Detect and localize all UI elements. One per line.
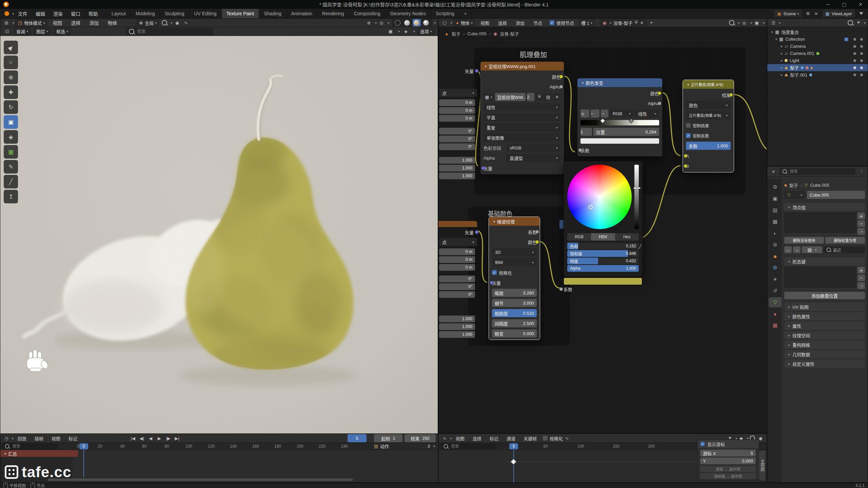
normalize-toggle[interactable]: 规格化 (543, 435, 563, 442)
color-wheel[interactable] (567, 165, 632, 229)
mapping-type-selector[interactable]: 点▾ (439, 89, 477, 97)
graph-playhead-frame[interactable]: 5 (509, 443, 518, 449)
mix-multiply-node[interactable]: ▾正片叠底(相乘 A*B) 结果 颜色▾ 正片叠底(相乘 A*B)▾ 钳制结果 … (683, 80, 734, 172)
workspace-tab-scripting[interactable]: Scripting (431, 9, 459, 18)
result-output[interactable]: 结果 (686, 91, 731, 99)
vector-input-socket[interactable] (481, 166, 485, 170)
color-output-socket[interactable] (559, 75, 563, 79)
show-cursor-checkbox[interactable]: ✓ (701, 442, 705, 446)
tab-particles[interactable]: ∗ (769, 274, 782, 284)
scale-x-field[interactable]: 1.000 (439, 316, 475, 322)
minimize-button[interactable]: ─ (821, 0, 835, 9)
fake-user-icon[interactable]: ⛨ (635, 20, 638, 25)
value-slider[interactable] (634, 165, 639, 229)
tab-output[interactable]: ▤ (769, 205, 782, 215)
hue-slider[interactable]: 色相0.152 (567, 243, 639, 249)
collapse-caret-icon[interactable]: ▾ (493, 220, 495, 223)
add-stop-button[interactable]: ＋ (580, 109, 589, 118)
transform-orientation-selector[interactable]: ⊕ 全局 ▾ (136, 19, 160, 27)
a-input-socket[interactable] (684, 154, 688, 158)
tab-modifiers[interactable]: ⚙ (769, 263, 782, 273)
node-menu-add[interactable]: 添加 (512, 19, 529, 27)
image-texture-node[interactable]: ▾宣纸纹理WWW.png.001 颜色 Alpha ▩▾ 宣纸纹理WW... 2… (480, 61, 564, 175)
properties-search-box[interactable] (780, 168, 855, 175)
tab-viewlayer[interactable]: ▦ (769, 217, 782, 227)
viewport-menu-view[interactable]: 视图 (48, 19, 66, 27)
normalize-row[interactable]: ✓规格化 (492, 268, 537, 277)
graph-menu-view[interactable]: 视图 (452, 434, 469, 443)
select-tool-selector[interactable]: 框选▾ (53, 27, 71, 36)
alpha-output-socket[interactable] (657, 101, 662, 105)
pin-icon[interactable]: ⌖ (647, 19, 655, 26)
collapse-caret-icon[interactable]: ▾ (687, 83, 689, 86)
tab-hex[interactable]: Hex (615, 233, 639, 241)
texture-space-panel-header[interactable]: ▸纹理空间 (784, 331, 865, 339)
color-output-socket[interactable] (535, 240, 539, 244)
viewport-canvas[interactable]: ▶ ○ ⊕ ✚ ↻ ▣ ◈ ▦ ✎ ╱ ↥ (0, 36, 438, 434)
tab-object[interactable]: ■ (769, 251, 782, 261)
colorspace-selector[interactable]: sRGB▾ (507, 144, 561, 152)
workspace-tab-shading[interactable]: Shading (259, 9, 286, 18)
rotation-z-field[interactable]: 0° (439, 143, 475, 150)
normalize-checkbox[interactable] (543, 436, 548, 441)
tab-physics[interactable]: ↺ (769, 286, 782, 296)
pivot-icon[interactable]: ◈ (402, 28, 410, 35)
fac-input[interactable]: 系数 (564, 285, 572, 293)
color-picker-popup[interactable]: RGB HSV Hex 色相0.152 饱和度0.846 明度0.432 Alp… (564, 161, 643, 277)
tab-render[interactable]: ▣ (769, 194, 782, 204)
graph-search-input[interactable] (450, 444, 486, 449)
unlink-material-icon[interactable]: ✕ (640, 20, 644, 25)
alpha-slider[interactable]: Alpha1.000 (567, 265, 639, 272)
remove-vertex-group-button[interactable]: − (857, 220, 865, 227)
play-reverse-button[interactable]: ◀ (146, 434, 155, 442)
location-z-field[interactable]: 0 m (439, 115, 475, 122)
add-shape-key-button[interactable]: ＋ (857, 267, 865, 273)
location-x-field[interactable]: 0 m (439, 248, 475, 255)
blender-menu-icon[interactable] (3, 10, 11, 17)
scale-z-field[interactable]: 1.000 (439, 331, 475, 338)
shading-rendered-button[interactable] (422, 19, 430, 26)
tool-add-cube-button[interactable]: ▦ (4, 145, 18, 159)
camera-toggle-icon[interactable] (860, 45, 863, 48)
fac-output[interactable]: 系数 (492, 228, 537, 236)
ramp-node-header[interactable]: ▾颜色渐变 (577, 78, 662, 87)
frame-start-field[interactable]: 起始1 (374, 434, 402, 442)
fake-user-icon[interactable]: ⛨ (536, 93, 543, 101)
expand-caret-icon[interactable]: ▾ (771, 30, 773, 34)
viewport-menu-add[interactable]: 添加 (85, 19, 103, 27)
timeline-menu-keying[interactable]: 插帧 (31, 434, 47, 443)
eye-toggle-icon[interactable] (853, 52, 856, 55)
falloff-selector[interactable]: 衰减▾ (13, 27, 31, 36)
alpha-output[interactable]: Alpha (580, 99, 659, 107)
cursor-y-field[interactable]: Y0.000 (700, 458, 756, 464)
node-overlay-icon[interactable]: ◎ (740, 19, 748, 26)
base-color-swatch[interactable] (564, 278, 642, 285)
outliner-row-pear[interactable]: ▸ 梨子 (767, 64, 868, 71)
workspace-tab-sculpting[interactable]: Sculpting (160, 9, 190, 18)
jump-to-end-button[interactable]: ▶| (173, 434, 181, 442)
noise-type-selector[interactable]: fBM▾ (492, 258, 537, 266)
workspace-tab-compositing[interactable]: Compositing (349, 9, 386, 18)
timeline-hscrollbar[interactable] (48, 479, 353, 481)
display-filter-icon[interactable]: ▣ (387, 28, 395, 35)
scene-selector[interactable]: ▣ Scene ▾ (774, 9, 802, 18)
vector-input-socket[interactable] (490, 281, 494, 285)
workspace-tab-animation[interactable]: Animation (287, 9, 317, 18)
outliner-row-camera-001[interactable]: ▸ ▱ Camera.001 (767, 50, 868, 57)
graph-menu-channel[interactable]: 通道 (502, 434, 519, 443)
roughness-slider[interactable]: 粗糙度0.533 (492, 309, 537, 317)
color-wheel-cursor[interactable] (588, 205, 593, 209)
rotation-z-field[interactable]: 0° (439, 291, 475, 298)
viewport-menu-object[interactable]: 物体 (103, 19, 121, 27)
workspace-tab-uvediting[interactable]: UV Editing (190, 9, 222, 18)
slot-selector[interactable]: 槽 1▾ (578, 19, 595, 27)
cursor-value-to-selection-button[interactable]: 游标值 → 选中项 (700, 473, 756, 479)
collection-checkbox[interactable]: ✓ (844, 37, 848, 41)
mapping-node-header[interactable] (438, 221, 477, 227)
tool-select-circle-button[interactable]: ○ (4, 56, 18, 69)
node-snap-magnet-icon[interactable] (728, 19, 736, 26)
editor-type-icon[interactable]: ⊞ (2, 19, 11, 26)
eye-toggle-icon[interactable] (853, 66, 856, 69)
shape-key-specials-button[interactable]: ▾ (857, 282, 865, 289)
add-vertex-group-button[interactable]: ＋ (857, 212, 865, 219)
